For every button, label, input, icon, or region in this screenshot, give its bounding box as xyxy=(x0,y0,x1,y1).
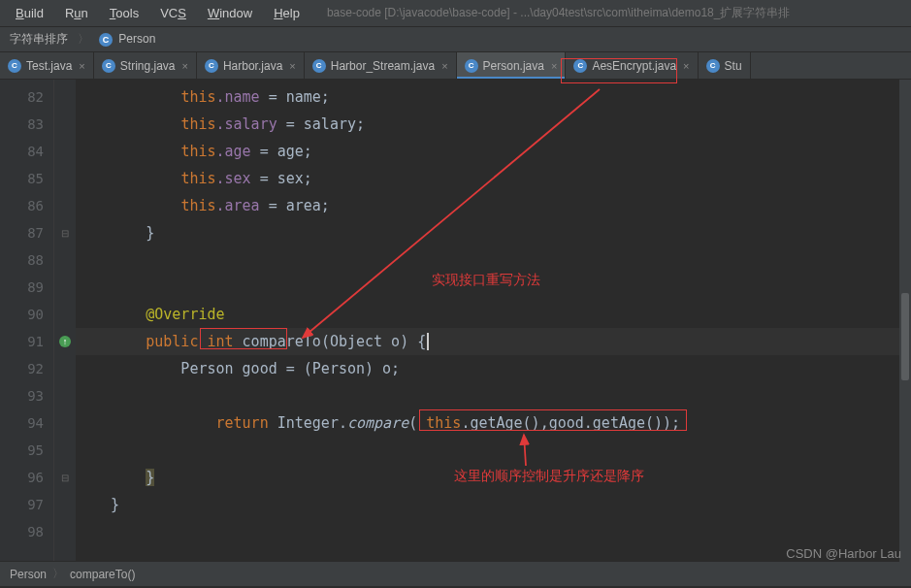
line-number: 91 xyxy=(0,328,53,355)
line-number: 86 xyxy=(0,192,53,219)
menu-build[interactable]: Build xyxy=(8,3,51,23)
field: .age xyxy=(216,143,251,160)
class-icon: C xyxy=(99,33,113,47)
field: .sex xyxy=(216,170,251,187)
line-number: 97 xyxy=(0,491,53,518)
chevron-right-icon: 〉 xyxy=(78,31,89,48)
code-text: = area; xyxy=(260,197,330,214)
gutter-icons: ⊟ ⊟ xyxy=(54,80,76,561)
keyword: this xyxy=(426,414,461,432)
tab-stu[interactable]: CStu xyxy=(699,52,751,79)
tab-aesencrypt[interactable]: CAesEncrypt.java× xyxy=(566,52,698,79)
class-icon: C xyxy=(573,59,587,73)
scroll-thumb[interactable] xyxy=(901,293,909,380)
line-number: 90 xyxy=(0,301,53,328)
menu-help[interactable]: Help xyxy=(266,3,308,23)
code-text: (Object o) { xyxy=(321,333,426,350)
tab-label: Stu xyxy=(725,59,742,73)
close-icon[interactable]: × xyxy=(289,60,295,72)
status-bar: Person 〉 compareTo() xyxy=(0,561,911,586)
keyword: this xyxy=(180,88,215,106)
breadcrumb-label: Person xyxy=(118,32,155,46)
keyword: public xyxy=(146,333,207,350)
method-name: compareTo xyxy=(243,333,321,350)
status-method[interactable]: compareTo() xyxy=(70,568,135,581)
keyword: int xyxy=(207,333,242,350)
watermark: CSDN @Harbor Lau xyxy=(786,546,901,561)
tab-label: AesEncrypt.java xyxy=(592,59,676,73)
keyword: this xyxy=(180,143,215,160)
field: .area xyxy=(216,197,260,214)
tab-string[interactable]: CString.java× xyxy=(94,52,197,79)
tab-label: Harbor_Stream.java xyxy=(331,59,435,73)
breadcrumb-item[interactable]: 字符串排序 xyxy=(4,29,74,49)
code-text: } xyxy=(76,219,911,246)
tab-label: Test.java xyxy=(26,59,72,73)
class-icon: C xyxy=(465,59,478,73)
close-icon[interactable]: × xyxy=(551,60,557,72)
line-number: 89 xyxy=(0,274,53,301)
line-number: 85 xyxy=(0,165,53,192)
field: .name xyxy=(216,88,260,106)
fold-icon[interactable]: ⊟ xyxy=(61,473,69,483)
line-number: 82 xyxy=(0,83,53,111)
menu-tools[interactable]: Tools xyxy=(102,3,146,23)
class-icon: C xyxy=(102,59,115,73)
code-text: ( xyxy=(408,414,426,432)
chevron-right-icon: 〉 xyxy=(52,566,64,582)
breadcrumb: 字符串排序 〉 C Person xyxy=(0,27,911,52)
tab-label: Harbor.java xyxy=(223,59,282,73)
fold-icon[interactable]: ⊟ xyxy=(61,228,69,239)
tab-label: Person.java xyxy=(483,59,544,73)
close-icon[interactable]: × xyxy=(683,60,689,72)
code-text: .getAge(),good.getAge()); xyxy=(461,414,680,432)
code-text: = salary; xyxy=(277,115,365,133)
code-text: Person good = (Person) o; xyxy=(76,355,911,382)
keyword: this xyxy=(180,115,215,133)
line-number: 84 xyxy=(0,138,53,165)
code-text: = name; xyxy=(260,88,330,106)
code-text: = sex; xyxy=(251,170,312,187)
line-number: 94 xyxy=(0,409,53,437)
tab-person[interactable]: CPerson.java× xyxy=(457,52,567,79)
tab-harbor-stream[interactable]: CHarbor_Stream.java× xyxy=(305,52,457,79)
method-call: compare xyxy=(347,414,408,432)
close-icon[interactable]: × xyxy=(182,60,188,72)
line-number: 88 xyxy=(0,246,53,274)
keyword: return xyxy=(216,414,277,432)
code-text: } xyxy=(76,491,911,518)
line-number-gutter: 82 83 84 85 86 87 88 89 90 91 92 93 94 9… xyxy=(0,80,54,561)
tab-label: String.java xyxy=(120,59,176,73)
line-number: 93 xyxy=(0,382,53,409)
close-icon[interactable]: × xyxy=(79,60,84,72)
breadcrumb-item[interactable]: C Person xyxy=(93,30,161,49)
close-icon[interactable]: × xyxy=(441,60,447,72)
class-icon: C xyxy=(205,59,218,73)
line-number: 87 xyxy=(0,219,53,246)
menu-window[interactable]: Window xyxy=(200,3,260,23)
line-number: 92 xyxy=(0,355,53,382)
annotation: @Override xyxy=(146,306,224,323)
line-number: 83 xyxy=(0,111,53,138)
line-number: 96 xyxy=(0,464,53,491)
title-path: base-code [D:\javacode\base-code] - ...\… xyxy=(327,5,791,21)
tab-harbor[interactable]: CHarbor.java× xyxy=(197,52,305,79)
class-icon: C xyxy=(8,59,21,73)
class-icon: C xyxy=(706,59,720,73)
menu-bar: Build Run Tools VCS Window Help base-cod… xyxy=(0,0,911,27)
line-number: 95 xyxy=(0,437,53,464)
tab-test[interactable]: CTest.java× xyxy=(0,52,94,79)
code-text: = age; xyxy=(251,143,312,160)
code-text: Integer. xyxy=(277,414,347,432)
menu-vcs[interactable]: VCS xyxy=(152,3,194,23)
scrollbar[interactable] xyxy=(899,80,911,563)
code-area[interactable]: this.name = name; this.salary = salary; … xyxy=(76,80,911,561)
line-number: 98 xyxy=(0,518,53,545)
keyword: this xyxy=(180,170,215,187)
override-icon[interactable] xyxy=(59,336,71,347)
menu-run[interactable]: Run xyxy=(57,3,96,23)
status-class[interactable]: Person xyxy=(10,568,47,581)
editor-area[interactable]: 82 83 84 85 86 87 88 89 90 91 92 93 94 9… xyxy=(0,80,911,561)
keyword: this xyxy=(180,197,215,214)
editor-tabs: CTest.java× CString.java× CHarbor.java× … xyxy=(0,52,911,80)
